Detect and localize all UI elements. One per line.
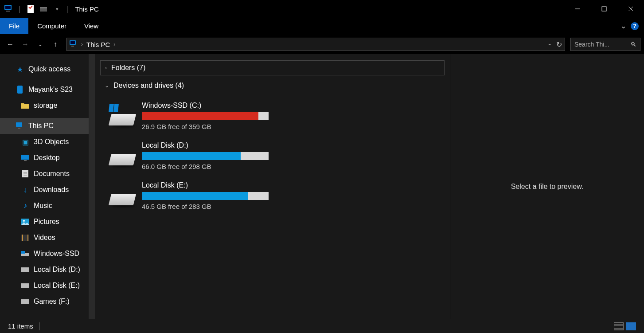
- svg-rect-3: [27, 5, 34, 13]
- sidebar-item-label: Local Disk (E:): [34, 282, 80, 290]
- close-button[interactable]: [617, 0, 644, 18]
- sidebar-item-this-pc[interactable]: This PC: [0, 118, 95, 134]
- sidebar-item-quick-access[interactable]: ★ Quick access: [0, 61, 95, 77]
- svg-rect-7: [602, 7, 606, 11]
- tiles-view-button[interactable]: [626, 322, 636, 330]
- tab-file[interactable]: File: [0, 18, 28, 34]
- sidebar-item-label: Games (F:): [34, 298, 70, 306]
- content-pane[interactable]: › Folders (7) ⌄ Devices and drives (4) W…: [95, 54, 450, 319]
- drive-usage-bar: [142, 192, 269, 200]
- 3d-objects-icon: ▣: [21, 138, 29, 146]
- folder-icon: [21, 102, 29, 110]
- sidebar-item-storage[interactable]: storage: [0, 98, 95, 114]
- ribbon-tabs: File Computer View ⌄ ?: [0, 18, 644, 35]
- sidebar-item-pictures[interactable]: Pictures: [0, 214, 95, 230]
- navigation-pane[interactable]: ▲ ★ Quick access Mayank's S23 storage Th…: [0, 54, 95, 319]
- sidebar-item-music[interactable]: ♪ Music: [0, 198, 95, 214]
- back-button[interactable]: ←: [4, 38, 17, 51]
- scroll-down-icon[interactable]: ▼: [90, 312, 94, 317]
- refresh-icon[interactable]: ↻: [556, 40, 562, 49]
- drive-usage-bar: [142, 152, 269, 160]
- title-bar: | ▾ | This PC: [0, 0, 644, 18]
- qat-dropdown-icon[interactable]: ▾: [52, 4, 62, 14]
- svg-rect-29: [21, 267, 29, 272]
- scroll-up-icon[interactable]: ▲: [90, 56, 94, 61]
- svg-rect-15: [18, 128, 20, 129]
- group-folders[interactable]: › Folders (7): [100, 60, 445, 75]
- downloads-icon: ↓: [21, 186, 29, 194]
- svg-rect-17: [24, 160, 27, 161]
- help-icon[interactable]: ?: [631, 22, 639, 30]
- svg-rect-12: [71, 46, 74, 47]
- group-drives[interactable]: ⌄ Devices and drives (4): [100, 78, 445, 93]
- sidebar-item-label: Downloads: [34, 186, 69, 194]
- sidebar-item-3d-objects[interactable]: ▣ 3D Objects: [0, 134, 95, 150]
- search-input[interactable]: Search Thi... 🔍︎: [570, 38, 640, 51]
- sidebar-item-games-f[interactable]: Games (F:): [0, 294, 95, 309]
- videos-icon: [21, 234, 29, 242]
- documents-icon: [21, 170, 29, 178]
- navigation-row: ← → ⌄ ↑ › This PC › ⌄ ↻ Search Thi... 🔍︎: [0, 35, 644, 54]
- sidebar-item-documents[interactable]: Documents: [0, 166, 95, 182]
- sidebar-item-label: Pictures: [34, 218, 59, 226]
- minimize-button[interactable]: [564, 0, 591, 18]
- sidebar-item-phone[interactable]: Mayank's S23: [0, 82, 95, 98]
- status-item-count: 11 items: [8, 322, 33, 330]
- separator: |: [19, 4, 21, 14]
- chevron-right-icon[interactable]: ›: [113, 41, 115, 47]
- sidebar-item-label: Videos: [34, 234, 55, 242]
- drive-icon: [21, 250, 29, 258]
- preview-message: Select a file to preview.: [511, 183, 584, 191]
- drive-item[interactable]: Windows-SSD (C:) 26.9 GB free of 359 GB: [100, 96, 269, 136]
- pictures-icon: [21, 218, 29, 226]
- svg-rect-13: [17, 86, 23, 94]
- sidebar-item-downloads[interactable]: ↓ Downloads: [0, 182, 95, 198]
- drive-icon: [21, 298, 29, 306]
- drive-usage-bar: [142, 112, 269, 120]
- drive-icon: [110, 146, 134, 165]
- sidebar-item-local-disk-e[interactable]: Local Disk (E:): [0, 278, 95, 294]
- svg-rect-16: [21, 155, 29, 160]
- star-icon: ★: [16, 65, 24, 73]
- drive-stats: 26.9 GB free of 359 GB: [142, 123, 269, 130]
- sidebar-item-windows-ssd[interactable]: Windows-SSD: [0, 246, 95, 262]
- drive-item[interactable]: Local Disk (D:) 66.0 GB free of 298 GB: [100, 136, 269, 176]
- this-pc-icon: [70, 40, 78, 48]
- tab-view[interactable]: View: [75, 18, 107, 34]
- sidebar-item-desktop[interactable]: Desktop: [0, 150, 95, 166]
- chevron-right-icon: ›: [105, 65, 107, 71]
- forward-button[interactable]: →: [19, 38, 32, 51]
- search-placeholder: Search Thi...: [574, 41, 609, 48]
- drive-icon: [21, 282, 29, 290]
- up-button[interactable]: ↑: [49, 38, 62, 51]
- svg-rect-5: [40, 7, 47, 8]
- properties-icon[interactable]: [25, 4, 36, 14]
- sidebar-item-label: Documents: [34, 170, 70, 178]
- this-pc-icon: [16, 122, 24, 130]
- svg-rect-31: [21, 299, 29, 304]
- address-bar[interactable]: › This PC › ⌄ ↻: [66, 38, 565, 51]
- drive-icon: [21, 266, 29, 274]
- drive-item[interactable]: Local Disk (E:) 46.5 GB free of 283 GB: [100, 176, 269, 215]
- drive-name: Local Disk (D:): [142, 141, 269, 149]
- svg-rect-28: [21, 251, 25, 254]
- tab-computer[interactable]: Computer: [28, 18, 75, 34]
- recent-locations-button[interactable]: ⌄: [34, 38, 47, 51]
- svg-rect-26: [27, 235, 28, 241]
- ribbon-expand-icon[interactable]: ⌄: [621, 22, 626, 30]
- this-pc-icon[interactable]: [4, 4, 14, 14]
- sidebar-item-label: Mayank's S23: [28, 86, 73, 94]
- qat-drive-icon[interactable]: [39, 4, 49, 14]
- breadcrumb-this-pc[interactable]: This PC: [86, 41, 110, 48]
- maximize-button[interactable]: [591, 0, 617, 18]
- details-view-button[interactable]: [614, 322, 624, 330]
- sidebar-item-videos[interactable]: Videos: [0, 230, 95, 246]
- address-dropdown-icon[interactable]: ⌄: [547, 40, 552, 49]
- sidebar-item-local-disk-d[interactable]: Local Disk (D:): [0, 262, 95, 278]
- svg-rect-11: [70, 41, 75, 44]
- svg-point-23: [23, 220, 25, 222]
- drive-name: Windows-SSD (C:): [142, 102, 269, 110]
- chevron-right-icon[interactable]: ›: [81, 41, 83, 47]
- quick-access-toolbar: | ▾ |: [0, 4, 70, 14]
- drive-icon: [110, 106, 134, 125]
